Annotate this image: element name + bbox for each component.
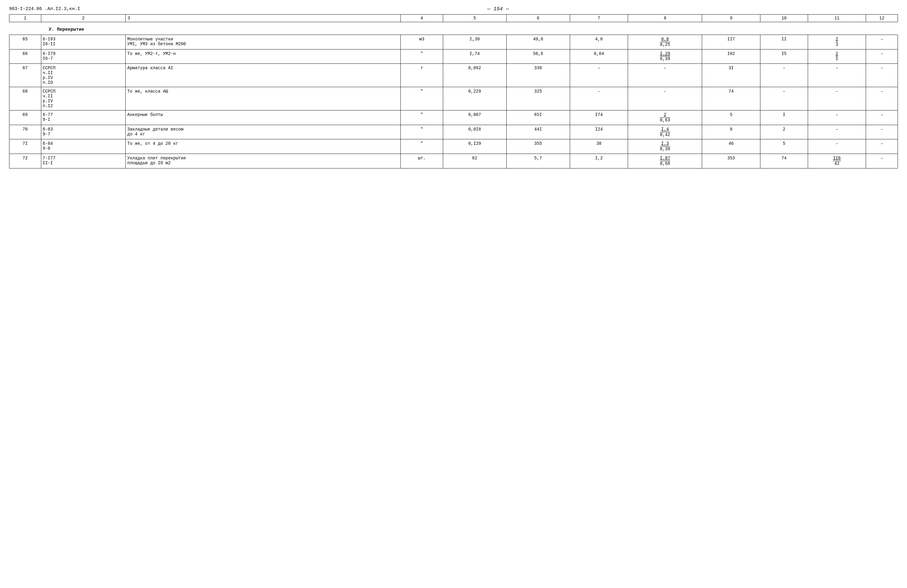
col-header-6: 6	[506, 14, 570, 22]
cell-col6: 58,6	[506, 49, 570, 64]
cell-col8: I,290,39	[628, 49, 702, 64]
cell-row-num: 70	[10, 125, 41, 139]
cell-description: Монолитные участки УМI, УМ3 из бетона М2…	[126, 35, 401, 50]
document-reference: 903-I-224.86 .Ал.I2.3,кн.I	[9, 6, 80, 11]
table-row: 706-83 9-7Закладные детали весом до 4 кг…	[10, 125, 898, 139]
cell-row-num: 66	[10, 49, 41, 64]
col-header-9: 9	[702, 14, 760, 22]
cell-col8: I,40,42	[628, 125, 702, 139]
cell-col10: 5	[760, 139, 808, 154]
cell-col8: I,870,68	[628, 154, 702, 168]
cell-col11: 2I	[808, 49, 866, 64]
cell-col5: 0,0I8	[443, 125, 506, 139]
cell-col11: –	[808, 111, 866, 125]
cell-col7: –	[570, 87, 628, 111]
cell-unit: м3	[401, 35, 443, 50]
cell-unit: шт.	[401, 154, 443, 168]
cell-row-num: 7I	[10, 139, 41, 154]
cell-col5: 0,092	[443, 64, 506, 87]
cell-unit: "	[401, 125, 443, 139]
cell-col5: 0,007	[443, 111, 506, 125]
cell-col6: 355	[506, 139, 570, 154]
cell-col6: 49,0	[506, 35, 570, 50]
cell-description: Закладные детали весом до 4 кг	[126, 125, 401, 139]
cell-col11: –	[808, 64, 866, 87]
cell-col10: 2	[760, 125, 808, 139]
cell-col5: 62	[443, 154, 506, 168]
cell-col10: I5	[760, 49, 808, 64]
cell-description: Анкерные болты	[126, 111, 401, 125]
cell-col12: –	[866, 139, 898, 154]
cell-col7: 38	[570, 139, 628, 154]
cell-col6: 338	[506, 64, 570, 87]
cell-col8: –	[628, 64, 702, 87]
col-header-12: 12	[866, 14, 898, 22]
cell-col9: 8	[702, 125, 760, 139]
cell-col5: I,74	[443, 49, 506, 64]
cell-col7: I,2	[570, 154, 628, 168]
cell-col9: 3I	[702, 64, 760, 87]
table-row: 727-I77 II-IУкладка плит перекрытия площ…	[10, 154, 898, 168]
cell-row-num: 72	[10, 154, 41, 168]
cell-col6: 44I	[506, 125, 570, 139]
cell-col8: –	[628, 87, 702, 111]
cell-col7: I74	[570, 111, 628, 125]
table-row: 7I6-84 9-8То же, от 4 до 20 кг"0,I293553…	[10, 139, 898, 154]
cell-reference: 6-I79 I6-7	[41, 49, 126, 64]
cell-unit: "	[401, 87, 443, 111]
main-table: 1 2 3 4 5 6 7 8 9 10 11 12 У. Перекрытие…	[9, 14, 898, 168]
cell-col10: II	[760, 35, 808, 50]
cell-col9: 46	[702, 139, 760, 154]
cell-row-num: 65	[10, 35, 41, 50]
table-row: 68ССРСП ч.II р.IV п.I2То же, класса АШ"0…	[10, 87, 898, 111]
cell-description: То же, класса АШ	[126, 87, 401, 111]
col-header-7: 7	[570, 14, 628, 22]
cell-description: Укладка плит перекрытия площадью до IO м…	[126, 154, 401, 168]
cell-col8: 20,63	[628, 111, 702, 125]
cell-col10: –	[760, 87, 808, 111]
cell-unit: т	[401, 64, 443, 87]
cell-row-num: 68	[10, 87, 41, 111]
cell-col9: 74	[702, 87, 760, 111]
page-header: 903-I-224.86 .Ал.I2.3,кн.I — 154 —	[9, 6, 898, 12]
cell-col9: II7	[702, 35, 760, 50]
table-row: 696-77 9-IАнкерные болты"0,00765II7420,6…	[10, 111, 898, 125]
cell-col9: 5	[702, 111, 760, 125]
cell-col12: –	[866, 35, 898, 50]
cell-col5: 0,229	[443, 87, 506, 111]
cell-description: То же, от 4 до 20 кг	[126, 139, 401, 154]
cell-reference: 6-I83 I6-II	[41, 35, 126, 50]
cell-col5: 2,39	[443, 35, 506, 50]
cell-col11: II642	[808, 154, 866, 168]
col-header-5: 5	[443, 14, 506, 22]
cell-col12: –	[866, 154, 898, 168]
cell-reference: 6-77 9-I	[41, 111, 126, 125]
cell-col11: –	[808, 125, 866, 139]
cell-col5: 0,I29	[443, 139, 506, 154]
col-header-8: 8	[628, 14, 702, 22]
col-header-1: 1	[10, 14, 41, 22]
cell-col7: 8,64	[570, 49, 628, 64]
column-headers: 1 2 3 4 5 6 7 8 9 10 11 12	[10, 14, 898, 22]
col-header-11: 11	[808, 14, 866, 22]
cell-description: То же, УМ2-т, УМ2-н	[126, 49, 401, 64]
page-number: — 154 —	[98, 6, 898, 12]
cell-col7: I24	[570, 125, 628, 139]
cell-col10: –	[760, 64, 808, 87]
cell-reference: 6-84 9-8	[41, 139, 126, 154]
section-header-row: У. Перекрытие	[10, 22, 898, 35]
col-header-4: 4	[401, 14, 443, 22]
cell-col12: –	[866, 111, 898, 125]
cell-col7: 4,8	[570, 35, 628, 50]
cell-col7: –	[570, 64, 628, 87]
cell-reference: ССРСП ч.II р.IV п.IO	[41, 64, 126, 87]
cell-col11: –	[808, 139, 866, 154]
cell-unit: "	[401, 111, 443, 125]
cell-col6: 325	[506, 87, 570, 111]
cell-row-num: 69	[10, 111, 41, 125]
cell-col11: –	[808, 87, 866, 111]
cell-col9: 353	[702, 154, 760, 168]
cell-reference: 6-83 9-7	[41, 125, 126, 139]
cell-col10: I	[760, 111, 808, 125]
cell-unit: "	[401, 139, 443, 154]
